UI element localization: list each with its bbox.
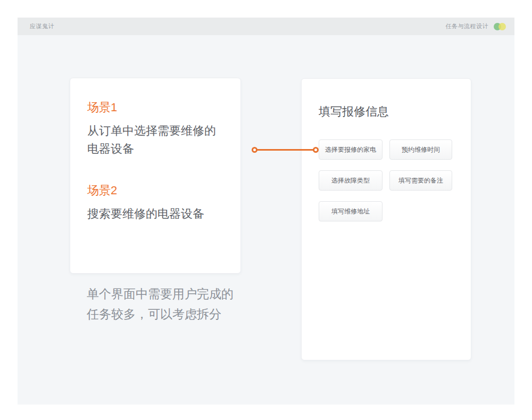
main-panel: 应谋鬼计 任务与流程设计 场景1 从订单中选择需要维修的电器设备 场景2 搜索要… <box>18 18 514 405</box>
header-bar: 应谋鬼计 任务与流程设计 <box>18 18 514 35</box>
scene-2-label: 场景2 <box>87 183 223 199</box>
field-button-fault-type[interactable]: 选择故障类型 <box>319 170 383 191</box>
scene-block-2: 场景2 搜索要维修的电器设备 <box>87 183 223 223</box>
connector-line-segment <box>255 149 315 151</box>
field-button-repair-address[interactable]: 填写维修地址 <box>319 201 383 221</box>
field-grid: 选择要报修的家电 预约维修时间 选择故障类型 填写需要的备注 填写维修地址 <box>319 139 454 221</box>
field-button-appointment-time[interactable]: 预约维修时间 <box>389 139 452 160</box>
logo-yellow-circle <box>498 23 506 30</box>
note-text: 单个界面中需要用户完成的任务较多，可以考虑拆分 <box>87 284 242 324</box>
form-title: 填写报修信息 <box>319 104 454 119</box>
scene-block-1: 场景1 从订单中选择需要维修的电器设备 <box>87 100 223 158</box>
scene-2-description: 搜索要维修的电器设备 <box>87 205 223 223</box>
repair-form-card: 填写报修信息 选择要报修的家电 预约维修时间 选择故障类型 填写需要的备注 填写… <box>301 78 471 360</box>
field-button-select-appliance[interactable]: 选择要报修的家电 <box>319 139 383 160</box>
section-label: 任务与流程设计 <box>446 22 489 30</box>
header-right-group: 任务与流程设计 <box>446 22 506 30</box>
scenario-card: 场景1 从订单中选择需要维修的电器设备 场景2 搜索要维修的电器设备 <box>70 78 241 274</box>
scene-1-label: 场景1 <box>87 100 223 116</box>
field-button-remarks[interactable]: 填写需要的备注 <box>389 170 452 191</box>
connector-line <box>252 146 319 153</box>
app-title: 应谋鬼计 <box>30 22 54 30</box>
overlapping-circles-logo-icon <box>494 23 506 30</box>
scene-1-description: 从订单中选择需要维修的电器设备 <box>87 122 223 158</box>
connector-left-endpoint-icon <box>252 147 257 153</box>
connector-right-endpoint-icon <box>313 147 319 153</box>
